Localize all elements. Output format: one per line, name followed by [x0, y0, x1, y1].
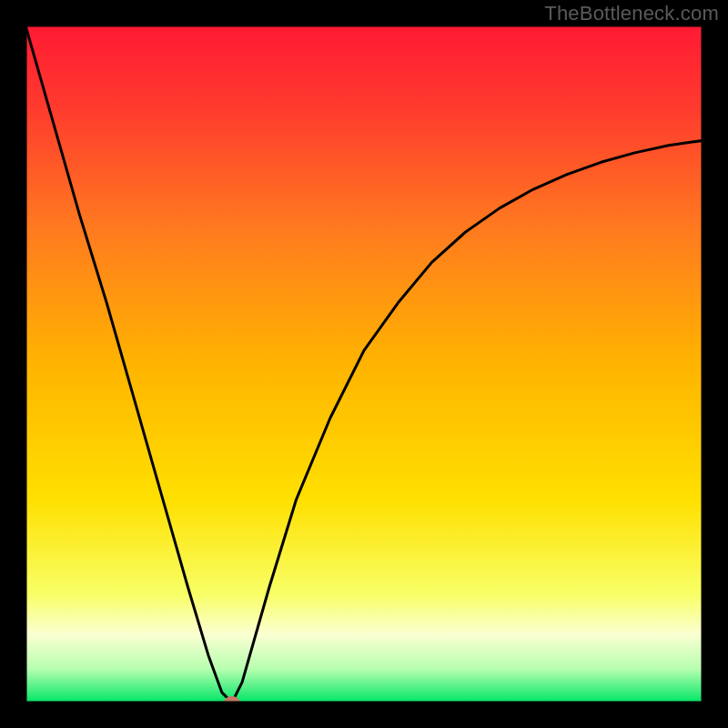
plot-frame [25, 25, 703, 703]
watermark-text: TheBottleneck.com [544, 2, 719, 25]
plot-svg [25, 25, 703, 703]
plot-background [25, 25, 703, 703]
chart-stage: TheBottleneck.com [0, 0, 728, 728]
